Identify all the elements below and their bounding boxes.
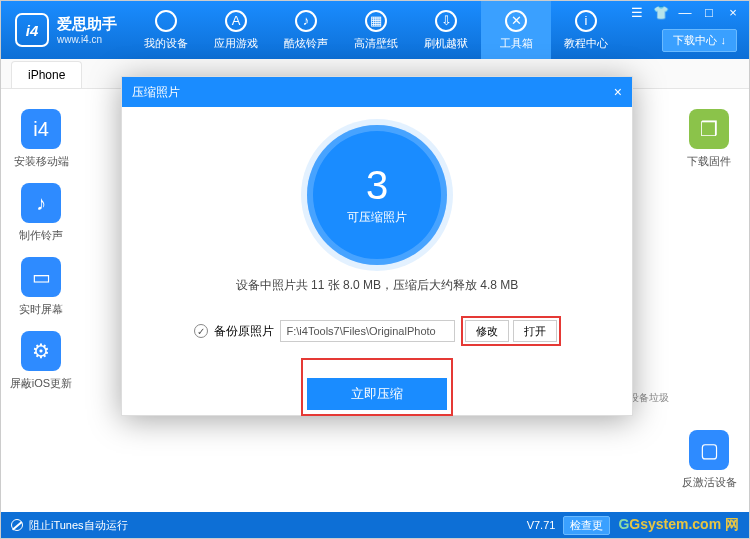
nav-jailbreak[interactable]: ⇩刷机越狱	[411, 1, 481, 59]
info-icon: i	[575, 10, 597, 32]
nav-wallpaper[interactable]: ▦高清壁纸	[341, 1, 411, 59]
nav-tutorials[interactable]: i教程中心	[551, 1, 621, 59]
block-icon	[11, 519, 23, 531]
app-url: www.i4.cn	[57, 34, 117, 45]
modify-button[interactable]: 修改	[465, 320, 509, 342]
block-itunes-label[interactable]: 阻止iTunes自动运行	[29, 518, 128, 533]
minimize-icon[interactable]: —	[677, 5, 693, 20]
download-icon: ⇩	[435, 10, 457, 32]
app-title: 爱思助手	[57, 15, 117, 34]
compressible-count: 3	[366, 165, 388, 205]
compressible-label: 可压缩照片	[347, 209, 407, 226]
side-make-ringtone[interactable]: ♪制作铃声	[19, 183, 63, 243]
apple-icon	[155, 10, 177, 32]
nav-my-device[interactable]: 我的设备	[131, 1, 201, 59]
side-deactivate[interactable]: ▢反激活设备	[682, 430, 737, 490]
dialog-body: 3 可压缩照片 设备中照片共 11 张 8.0 MB，压缩后大约释放 4.8 M…	[122, 107, 632, 434]
check-update-button[interactable]: 检查更	[563, 516, 610, 535]
install-icon: i4	[21, 109, 61, 149]
highlight-primary: 立即压缩	[301, 358, 453, 416]
storage-summary: 设备中照片共 11 张 8.0 MB，压缩后大约释放 4.8 MB	[142, 277, 612, 294]
logo-icon: i4	[15, 13, 49, 47]
sidebar-left: i4安装移动端 ♪制作铃声 ▭实时屏幕 ⚙屏蔽iOS更新	[1, 91, 81, 510]
nav-ringtones[interactable]: ♪酷炫铃声	[271, 1, 341, 59]
gear-icon: ⚙	[21, 331, 61, 371]
watermark: GGsystem.com 网	[618, 516, 739, 534]
status-bar: 阻止iTunes自动运行 V7.71 检查更 GGsystem.com 网	[1, 512, 749, 538]
image-icon: ▦	[365, 10, 387, 32]
side-realtime-screen[interactable]: ▭实时屏幕	[19, 257, 63, 317]
side-download-firmware[interactable]: ❒下载固件	[687, 109, 731, 169]
logo-text: 爱思助手 www.i4.cn	[57, 15, 117, 45]
skin-icon[interactable]: 👕	[653, 5, 669, 20]
close-icon[interactable]: ×	[725, 5, 741, 20]
nav-apps[interactable]: A应用游戏	[201, 1, 271, 59]
apps-icon: A	[225, 10, 247, 32]
count-circle: 3 可压缩照片	[307, 125, 447, 265]
side-install-mobile[interactable]: i4安装移动端	[14, 109, 69, 169]
dialog-close-button[interactable]: ×	[614, 84, 622, 100]
backup-path-row: ✓ 备份原照片 修改 打开	[142, 316, 612, 346]
open-button[interactable]: 打开	[513, 320, 557, 342]
tools-icon: ✕	[505, 10, 527, 32]
ringtone-icon: ♪	[21, 183, 61, 223]
box-icon: ❒	[689, 109, 729, 149]
tab-iphone[interactable]: iPhone	[11, 61, 82, 88]
version-label: V7.71	[527, 519, 556, 531]
bell-icon: ♪	[295, 10, 317, 32]
screen-icon: ▭	[21, 257, 61, 297]
backup-path-input[interactable]	[280, 320, 455, 342]
logo: i4 爱思助手 www.i4.cn	[1, 13, 131, 47]
download-center-button[interactable]: 下载中心 ↓	[662, 29, 737, 52]
backup-checkbox[interactable]: ✓	[194, 324, 208, 338]
footer-left: 阻止iTunes自动运行	[11, 518, 128, 533]
highlight-buttons: 修改 打开	[461, 316, 561, 346]
backup-label: 备份原照片	[214, 323, 274, 340]
window-controls: ☰ 👕 — □ ×	[629, 5, 741, 20]
sidebar-right: ❒下载固件 ▢反激活设备	[669, 91, 749, 510]
deactivate-icon: ▢	[689, 430, 729, 470]
side-block-ios-update[interactable]: ⚙屏蔽iOS更新	[10, 331, 72, 391]
compress-now-button[interactable]: 立即压缩	[307, 378, 447, 410]
maximize-icon[interactable]: □	[701, 5, 717, 20]
app-window: i4 爱思助手 www.i4.cn 我的设备 A应用游戏 ♪酷炫铃声 ▦高清壁纸…	[0, 0, 750, 539]
footer-right: V7.71 检查更 GGsystem.com 网	[527, 516, 739, 535]
menu-icon[interactable]: ☰	[629, 5, 645, 20]
dialog-title: 压缩照片	[132, 84, 180, 101]
main-nav: 我的设备 A应用游戏 ♪酷炫铃声 ▦高清壁纸 ⇩刷机越狱 ✕工具箱 i教程中心	[131, 1, 621, 59]
dialog-header: 压缩照片 ×	[122, 77, 632, 107]
nav-toolbox[interactable]: ✕工具箱	[481, 1, 551, 59]
title-bar: i4 爱思助手 www.i4.cn 我的设备 A应用游戏 ♪酷炫铃声 ▦高清壁纸…	[1, 1, 749, 59]
compress-photos-dialog: 压缩照片 × 3 可压缩照片 设备中照片共 11 张 8.0 MB，压缩后大约释…	[121, 76, 633, 416]
